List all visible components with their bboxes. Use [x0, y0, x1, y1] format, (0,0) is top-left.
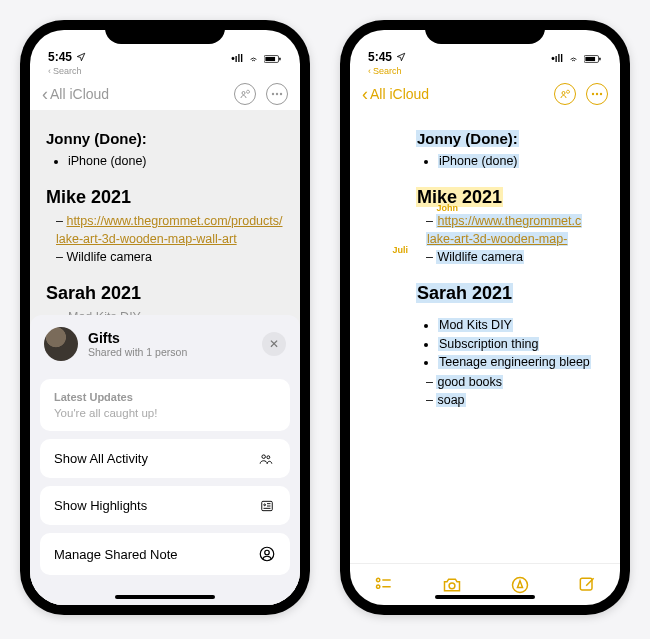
screen-left: 5:45 •ıll ‹ Search ‹ All iClo: [30, 30, 300, 605]
svg-point-8: [267, 455, 270, 458]
svg-point-17: [592, 93, 594, 95]
chevron-left-icon: ‹: [42, 84, 48, 105]
home-indicator[interactable]: [435, 595, 535, 599]
nav-bar: ‹ All iCloud: [350, 78, 620, 110]
signal-icon: •ıll: [231, 53, 243, 64]
highlights-icon: [258, 499, 276, 513]
list-item: https://www.thegrommet.com/products/lake…: [56, 212, 284, 248]
svg-point-10: [264, 503, 266, 505]
list-item: iPhone (done): [68, 152, 284, 170]
back-label: All iCloud: [50, 86, 109, 102]
svg-point-6: [280, 93, 282, 95]
phone-left: 5:45 •ıll ‹ Search ‹ All iClo: [20, 20, 310, 615]
list-item: Subscription thing: [438, 335, 604, 353]
more-icon[interactable]: [586, 83, 608, 105]
svg-rect-2: [279, 57, 280, 60]
latest-label: Latest Updates: [54, 391, 133, 403]
grommet-link[interactable]: https://www.thegrommet.com/products/lake…: [56, 214, 283, 246]
list-item: good books: [426, 373, 604, 391]
checklist-icon[interactable]: [374, 575, 394, 595]
back-to-search[interactable]: ‹ Search: [30, 66, 300, 78]
people-icon: [256, 452, 276, 466]
svg-point-3: [242, 92, 245, 95]
back-button[interactable]: ‹ All iCloud: [42, 84, 109, 105]
status-time: 5:45: [48, 50, 72, 64]
battery-icon: [584, 54, 602, 64]
sheet-subtitle: Shared with 1 person: [88, 346, 187, 358]
signal-icon: •ıll: [551, 53, 563, 64]
home-indicator[interactable]: [115, 595, 215, 599]
share-icon[interactable]: [234, 83, 256, 105]
attribution-label: Juli: [366, 244, 408, 257]
list-item: https://www.thegrommet.clake-art-3d-wood…: [426, 212, 604, 248]
camera-icon[interactable]: [441, 575, 463, 595]
back-button[interactable]: ‹ All iCloud: [362, 84, 429, 105]
chevron-left-icon: ‹: [362, 84, 368, 105]
svg-point-16: [562, 92, 565, 95]
list-item: Wildlife camera: [426, 248, 604, 266]
sheet-header: Gifts Shared with 1 person ✕: [40, 327, 290, 371]
avatar: [44, 327, 78, 361]
section-title-sarah: Sarah 2021: [46, 280, 284, 306]
latest-message: You're all caught up!: [54, 407, 157, 419]
search-label: Search: [53, 66, 82, 76]
sarah-dash-list: good books soap: [416, 373, 604, 409]
wifi-icon: [247, 54, 260, 64]
phone-right: 5:45 •ıll ‹ Search ‹ All iClo: [340, 20, 630, 615]
mike-list: https://www.thegrommet.com/products/lake…: [46, 212, 284, 266]
sheet-title: Gifts: [88, 330, 187, 346]
svg-rect-14: [585, 56, 595, 60]
list-item: Mod Kits DIY: [438, 316, 604, 334]
share-sheet: Gifts Shared with 1 person ✕ Latest Upda…: [30, 315, 300, 605]
section-title-jonny: Jonny (Done):: [46, 128, 284, 150]
compose-icon[interactable]: [577, 575, 597, 595]
list-item: Wildlife camera: [56, 248, 284, 266]
section-title-mike: Mike 2021: [46, 184, 284, 210]
markup-icon[interactable]: [510, 575, 530, 595]
grommet-link[interactable]: https://www.thegrommet.clake-art-3d-wood…: [426, 214, 582, 246]
chevron-left-icon: ‹: [368, 66, 371, 76]
back-to-search[interactable]: ‹ Search: [350, 66, 620, 78]
list-item: soap: [426, 391, 604, 409]
search-label: Search: [373, 66, 402, 76]
svg-point-19: [600, 93, 602, 95]
status-time: 5:45: [368, 50, 392, 64]
svg-rect-24: [580, 578, 592, 590]
person-circle-icon: [258, 545, 276, 563]
list-item: iPhone (done): [438, 152, 604, 170]
section-title-jonny: Jonny (Done):: [416, 128, 604, 150]
note-content[interactable]: Jonny (Done): iPhone (done) John Mike 20…: [350, 110, 620, 563]
wifi-icon: [567, 54, 580, 64]
nav-bar: ‹ All iCloud: [30, 78, 300, 110]
svg-point-12: [265, 550, 270, 555]
svg-point-7: [262, 454, 266, 458]
notch: [105, 20, 225, 44]
jonny-list: iPhone (done): [46, 152, 284, 170]
location-icon: [76, 52, 86, 62]
close-icon[interactable]: ✕: [262, 332, 286, 356]
battery-icon: [264, 54, 282, 64]
share-icon[interactable]: [554, 83, 576, 105]
svg-rect-15: [599, 57, 600, 60]
option-label: Show All Activity: [54, 451, 148, 466]
sarah-list: Mod Kits DIY Subscription thing Teenage …: [416, 316, 604, 370]
notch: [425, 20, 545, 44]
chevron-left-icon: ‹: [48, 66, 51, 76]
latest-updates-card: Latest Updates You're all caught up!: [40, 379, 290, 431]
svg-point-18: [596, 93, 598, 95]
back-label: All iCloud: [370, 86, 429, 102]
screen-right: 5:45 •ıll ‹ Search ‹ All iClo: [350, 30, 620, 605]
manage-shared-note-button[interactable]: Manage Shared Note: [40, 533, 290, 575]
mike-list: https://www.thegrommet.clake-art-3d-wood…: [416, 212, 604, 266]
show-all-activity-button[interactable]: Show All Activity: [40, 439, 290, 478]
list-item: Teenage engineering bleep: [438, 353, 604, 371]
option-label: Manage Shared Note: [54, 547, 178, 562]
jonny-list: iPhone (done): [416, 152, 604, 170]
location-icon: [396, 52, 406, 62]
svg-point-20: [376, 578, 379, 581]
section-title-sarah: Sarah 2021: [416, 280, 604, 306]
more-icon[interactable]: [266, 83, 288, 105]
svg-point-4: [272, 93, 274, 95]
show-highlights-button[interactable]: Show Highlights: [40, 486, 290, 525]
svg-point-21: [376, 585, 379, 588]
